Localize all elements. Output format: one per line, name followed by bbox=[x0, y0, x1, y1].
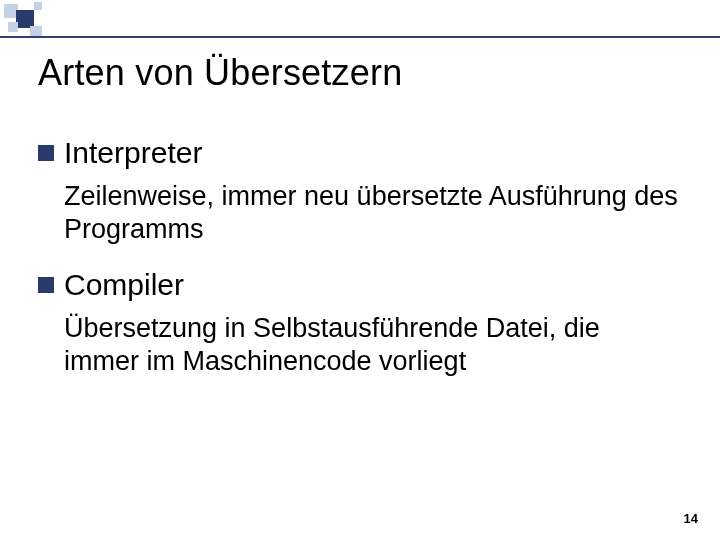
slide-body: Arten von Übersetzern Interpreter Zeilen… bbox=[0, 0, 720, 540]
list-item: Interpreter Zeilenweise, immer neu übers… bbox=[38, 136, 682, 246]
item-heading: Interpreter bbox=[64, 136, 202, 170]
item-heading: Compiler bbox=[64, 268, 184, 302]
item-body-text: Übersetzung in Selbstausführende Datei, … bbox=[38, 312, 682, 378]
page-number: 14 bbox=[684, 511, 698, 526]
list-item: Compiler Übersetzung in Selbstausführend… bbox=[38, 268, 682, 378]
item-body-text: Zeilenweise, immer neu übersetzte Ausfüh… bbox=[38, 180, 682, 246]
item-heading-row: Interpreter bbox=[38, 136, 682, 170]
slide-title: Arten von Übersetzern bbox=[38, 52, 682, 94]
item-heading-row: Compiler bbox=[38, 268, 682, 302]
square-bullet-icon bbox=[38, 277, 54, 293]
square-bullet-icon bbox=[38, 145, 54, 161]
